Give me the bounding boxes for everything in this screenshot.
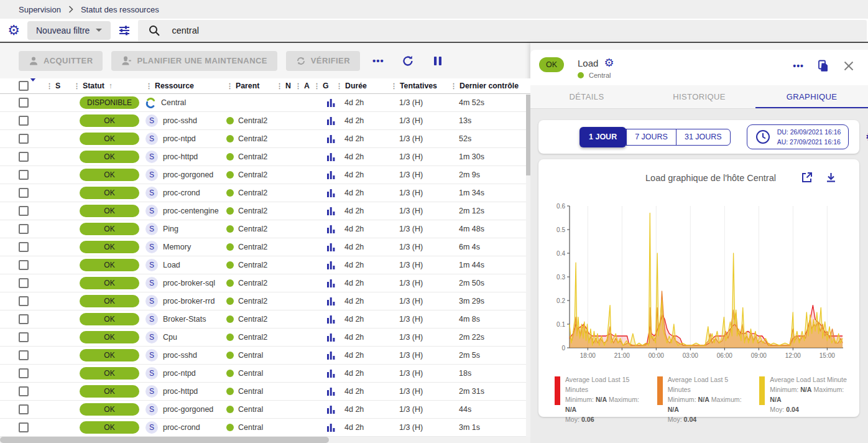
parent-cell[interactable]: Central2	[226, 207, 276, 215]
resource-cell[interactable]: S proc-crond	[145, 421, 226, 434]
resource-cell[interactable]: S proc-centengine	[145, 205, 226, 217]
parent-cell[interactable]: Central2	[226, 315, 276, 324]
col-header-action[interactable]: ⋮A	[295, 82, 313, 90]
resource-cell[interactable]: S proc-gorgoned	[145, 169, 226, 181]
parent-cell[interactable]: Central2	[226, 243, 276, 251]
graph-cell[interactable]	[313, 243, 336, 251]
settings-gear-button[interactable]: ⚙	[0, 24, 27, 37]
table-row[interactable]: OK S Ping Central2 4d 2h 1/3 (H) 4m 48s	[0, 220, 530, 238]
row-checkbox[interactable]	[19, 98, 29, 108]
table-row[interactable]: OK S Load Central2 4d 2h 1/3 (H) 1m 44s	[0, 256, 530, 274]
scrollbar-thumb[interactable]	[526, 95, 530, 175]
graph-cell[interactable]	[313, 189, 336, 197]
row-checkbox[interactable]	[19, 296, 29, 306]
parent-cell[interactable]: Central	[226, 351, 276, 360]
drag-handle-icon[interactable]: ⋮	[73, 82, 80, 90]
search-input[interactable]: central	[138, 20, 867, 41]
select-all-checkbox[interactable]	[19, 81, 29, 91]
parent-cell[interactable]: Central2	[226, 279, 276, 287]
status-chip[interactable]: DISPONIBLE	[80, 96, 139, 109]
row-checkbox[interactable]	[19, 332, 29, 342]
filter-select-button[interactable]: Nouveau filtre	[27, 21, 111, 40]
row-checkbox[interactable]	[19, 116, 29, 126]
close-icon[interactable]	[843, 60, 854, 72]
drag-handle-icon[interactable]: ⋮	[450, 82, 457, 90]
row-checkbox[interactable]	[19, 368, 29, 378]
drag-handle-icon[interactable]: ⋮	[145, 82, 152, 90]
legend-item[interactable]: Average Load Last 5 Minutes Minimum: N/A…	[657, 375, 751, 424]
graph-cell[interactable]	[313, 134, 336, 143]
table-row[interactable]: OK S proc-crond Central2 4d 2h 1/3 (H) 1…	[0, 184, 530, 202]
drag-handle-icon[interactable]: ⋮	[276, 82, 283, 90]
col-header-severity[interactable]: ⋮S	[46, 82, 73, 90]
drag-handle-icon[interactable]: ⋮	[295, 82, 302, 90]
row-checkbox[interactable]	[19, 224, 29, 234]
resource-cell[interactable]: S proc-sshd	[145, 114, 226, 127]
status-chip[interactable]: OK	[80, 295, 139, 307]
col-header-notes[interactable]: ⋮N	[276, 82, 295, 90]
table-row[interactable]: OK S proc-sshd Central 4d 2h 1/3 (H) 2m …	[0, 347, 530, 365]
table-row[interactable]: OK S proc-httpd Central2 4d 2h 1/3 (H) 1…	[0, 148, 530, 166]
resource-cell[interactable]: S proc-ntpd	[145, 367, 226, 380]
graph-cell[interactable]	[313, 116, 336, 125]
status-chip[interactable]: OK	[80, 133, 139, 145]
parent-cell[interactable]: Central	[226, 369, 276, 378]
col-header-duration[interactable]: ⋮Durée	[336, 82, 390, 90]
row-checkbox[interactable]	[19, 134, 29, 144]
graph-cell[interactable]	[313, 98, 336, 107]
graph-cell[interactable]	[313, 297, 336, 305]
graph-cell[interactable]	[313, 423, 336, 432]
resource-cell[interactable]: S proc-broker-rrd	[145, 295, 226, 307]
breadcrumb-supervision[interactable]: Supervision	[19, 5, 61, 14]
table-row[interactable]: OK S proc-gorgoned Central2 4d 2h 1/3 (H…	[0, 166, 530, 184]
col-header-graph[interactable]: ⋮G	[313, 82, 336, 90]
status-chip[interactable]: OK	[80, 259, 139, 271]
status-chip[interactable]: OK	[80, 421, 139, 434]
check-button[interactable]: VÉRIFIER	[286, 51, 360, 71]
select-menu-caret-icon[interactable]	[30, 78, 36, 90]
parent-cell[interactable]: Central2	[226, 134, 276, 143]
tab-graph[interactable]: GRAPHIQUE	[755, 85, 868, 108]
status-chip[interactable]: OK	[80, 241, 139, 253]
download-icon[interactable]	[825, 172, 837, 184]
parent-cell[interactable]: Central2	[226, 261, 276, 269]
table-row[interactable]: OK S proc-centengine Central2 4d 2h 1/3 …	[0, 202, 530, 220]
row-checkbox[interactable]	[19, 350, 29, 360]
resource-cell[interactable]: S proc-crond	[145, 187, 226, 199]
row-checkbox[interactable]	[19, 314, 29, 324]
table-row[interactable]: OK S proc-httpd Central 4d 2h 1/3 (H) 2m…	[0, 383, 530, 401]
range-31-days-button[interactable]: 31 JOURS	[676, 129, 730, 145]
graph-options-gear-icon[interactable]: ⚙	[865, 131, 868, 143]
tab-details[interactable]: DÉTAILS	[530, 85, 643, 108]
col-header-tries[interactable]: ⋮Tentatives	[390, 82, 450, 90]
parent-cell[interactable]: Central2	[226, 297, 276, 305]
status-chip[interactable]: OK	[80, 403, 139, 416]
drag-handle-icon[interactable]: ⋮	[226, 82, 233, 90]
drag-handle-icon[interactable]: ⋮	[336, 82, 343, 90]
row-checkbox[interactable]	[19, 404, 29, 414]
col-header-last-check[interactable]: ⋮Dernier contrôle	[450, 82, 530, 90]
row-checkbox[interactable]	[19, 260, 29, 270]
status-chip[interactable]: OK	[80, 277, 139, 289]
parent-cell[interactable]: Central	[226, 423, 276, 432]
parent-cell[interactable]: Central2	[226, 152, 276, 161]
graph-cell[interactable]	[313, 369, 336, 378]
status-chip[interactable]: OK	[80, 169, 139, 181]
scrollbar-thumb[interactable]	[0, 437, 329, 443]
table-row[interactable]: OK S proc-ntpd Central 4d 2h 1/3 (H) 18s	[0, 365, 530, 383]
load-chart[interactable]: 18:0021:0000:0003:0006:0009:0012:0015:00…	[548, 200, 851, 366]
graph-cell[interactable]	[313, 333, 336, 342]
status-chip[interactable]: OK	[80, 205, 139, 217]
resource-cell[interactable]: Central	[145, 98, 226, 108]
row-checkbox[interactable]	[19, 242, 29, 252]
refresh-button[interactable]	[397, 55, 419, 67]
graph-cell[interactable]	[313, 207, 336, 215]
resource-cell[interactable]: S proc-sshd	[145, 349, 226, 361]
resource-cell[interactable]: S proc-broker-sql	[145, 277, 226, 289]
copy-link-icon[interactable]	[818, 60, 829, 72]
downtime-button[interactable]: PLANIFIER UNE MAINTENANCE	[111, 51, 277, 71]
table-row[interactable]: OK S proc-broker-rrd Central2 4d 2h 1/3 …	[0, 292, 530, 310]
table-horizontal-scrollbar[interactable]	[0, 437, 530, 443]
parent-cell[interactable]: Central2	[226, 170, 276, 179]
drag-handle-icon[interactable]: ⋮	[313, 82, 320, 90]
